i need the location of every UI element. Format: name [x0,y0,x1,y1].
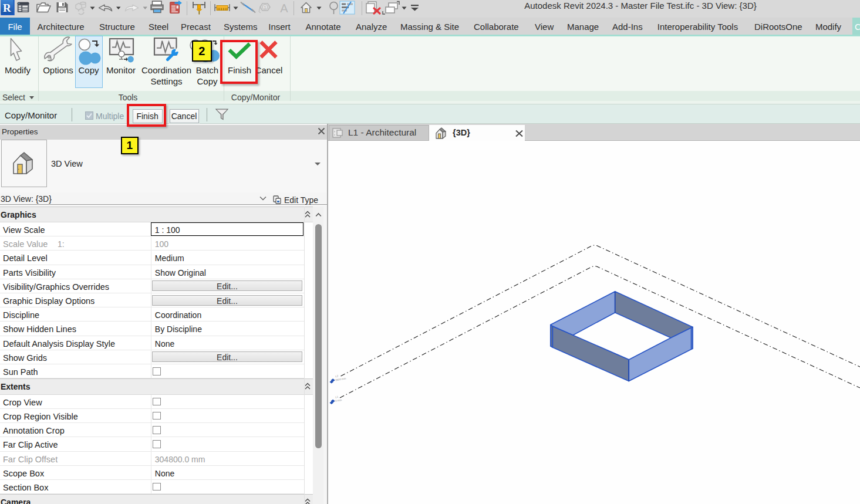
svg-text:0 mm: 0 mm [335,398,342,402]
svg-text:A: A [280,2,288,15]
svg-text:R: R [3,2,11,14]
svg-text:1: 1 [264,5,267,9]
svg-text:L2: L2 [335,374,339,378]
svg-text:L1: L1 [335,395,339,398]
